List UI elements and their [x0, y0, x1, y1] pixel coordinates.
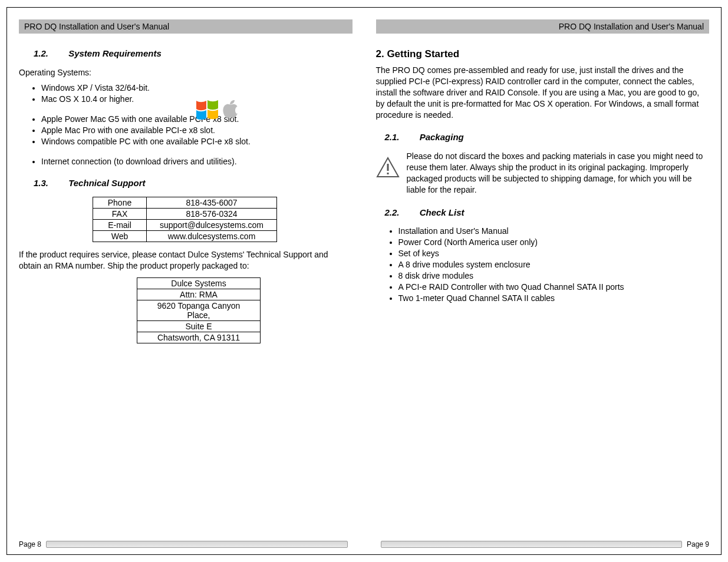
heading-system-requirements: 1.2. System Requirements: [34, 48, 353, 58]
footer-left: Page 8: [19, 540, 353, 548]
os-label: Operating Systems:: [19, 67, 353, 78]
list-item: Windows XP / Vista 32/64-bit.: [41, 83, 353, 92]
net-list: Internet connection (to download drivers…: [41, 157, 353, 166]
list-item: 8 disk drive modules: [398, 271, 710, 280]
contact-fax: 818-576-0324: [147, 208, 277, 219]
list-item: Power Cord (North America user only): [398, 237, 710, 247]
page-number-left: Page 8: [19, 540, 41, 548]
header-bar-right: PRO DQ Installation and User's Manual: [376, 19, 710, 34]
list-item: Apple Mac Pro with one available PCI-e x…: [41, 125, 353, 135]
contact-web-label: Web: [93, 230, 147, 242]
footer-bar-icon: [46, 541, 347, 548]
left-page: PRO DQ Installation and User's Manual 1.…: [7, 8, 364, 554]
heading-getting-started: 2. Getting Started: [376, 48, 710, 60]
address-table: Dulce Systems Attn: RMA 9620 Topanga Can…: [137, 277, 261, 343]
address-line: Dulce Systems: [137, 277, 261, 289]
list-item: Windows compatible PC with one available…: [41, 137, 353, 146]
address-line: Chatsworth, CA 91311: [137, 332, 261, 343]
table-row: FAX 818-576-0324: [93, 208, 277, 219]
rma-text: If the product requires service, please …: [19, 249, 353, 272]
table-row: Web www.dulcesystems.com: [93, 230, 277, 242]
address-line: Suite E: [137, 320, 261, 332]
svg-rect-0: [387, 164, 388, 171]
list-item: Set of keys: [398, 249, 710, 258]
windows-icon: [195, 97, 219, 120]
os-icons: [195, 97, 242, 120]
address-line: 9620 Topanga Canyon Place,: [137, 300, 261, 320]
heading-check-list: 2.2. Check List: [385, 207, 710, 217]
apple-icon: [222, 97, 242, 120]
list-item: Internet connection (to download drivers…: [41, 157, 353, 166]
contact-email-label: E-mail: [93, 219, 147, 230]
contact-table: Phone 818-435-6007 FAX 818-576-0324 E-ma…: [93, 197, 277, 242]
table-row: E-mail support@dulcesystems.com: [93, 219, 277, 230]
address-line: Attn: RMA: [137, 289, 261, 300]
checklist: Installation and User's Manual Power Cor…: [398, 226, 710, 303]
contact-web: www.dulcesystems.com: [147, 230, 277, 242]
contact-fax-label: FAX: [93, 208, 147, 219]
contact-phone: 818-435-6007: [147, 197, 277, 208]
svg-rect-1: [387, 173, 388, 174]
page-frame: PRO DQ Installation and User's Manual 1.…: [6, 7, 722, 555]
header-bar-left: PRO DQ Installation and User's Manual: [19, 19, 353, 34]
list-item: Two 1-meter Quad Channel SATA II cables: [398, 293, 710, 303]
heading-technical-support: 1.3. Technical Support: [34, 178, 353, 188]
contact-email: support@dulcesystems.com: [147, 219, 277, 230]
footer-right: Page 9: [376, 540, 710, 548]
warning-icon: [376, 151, 404, 180]
list-item: A PCI-e RAID Controller with two Quad Ch…: [398, 282, 710, 292]
footer-bar-icon: [381, 541, 682, 548]
right-page: PRO DQ Installation and User's Manual 2.…: [364, 8, 722, 554]
intro-text: The PRO DQ comes pre-assembled and ready…: [376, 65, 710, 120]
heading-packaging: 2.1. Packaging: [385, 132, 710, 142]
packaging-text: Please do not discard the boxes and pack…: [404, 151, 710, 196]
table-row: Phone 818-435-6007: [93, 197, 277, 208]
list-item: Installation and User's Manual: [398, 226, 710, 236]
packaging-row: Please do not discard the boxes and pack…: [376, 151, 710, 196]
page-number-right: Page 9: [687, 540, 709, 548]
contact-phone-label: Phone: [93, 197, 147, 208]
list-item: A 8 drive modules system enclosure: [398, 260, 710, 269]
